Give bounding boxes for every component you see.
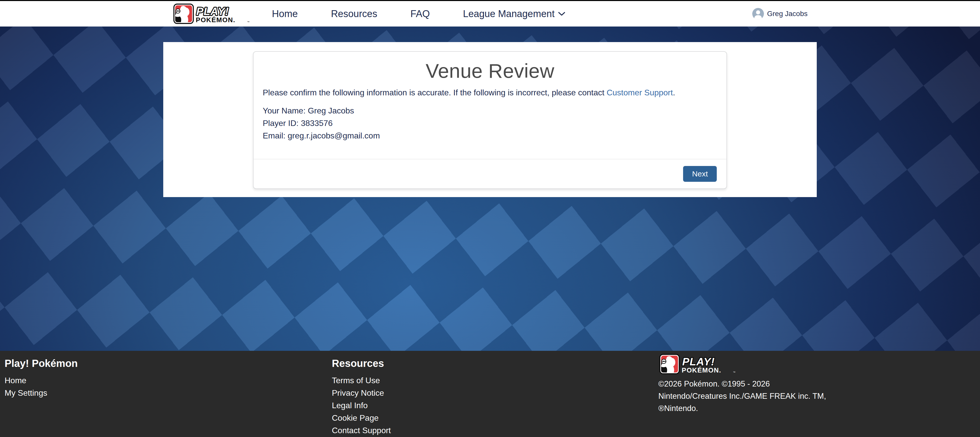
footer-links-play-pokemon: Home My Settings	[5, 374, 332, 399]
card-footer: Next	[253, 159, 727, 188]
venue-review-card: Venue Review Please confirm the followin…	[253, 51, 727, 189]
footer-link-contact-support[interactable]: Contact Support	[332, 424, 659, 437]
info-player-id: Player ID: 3833576	[263, 117, 717, 130]
copyright-line-3: ®Nintendo.	[659, 402, 847, 415]
player-info-block: Your Name: Greg Jacobs Player ID: 383357…	[263, 105, 717, 142]
main-nav: Home Resources FAQ League Management	[272, 8, 565, 19]
footer-link-cookie-page[interactable]: Cookie Page	[332, 412, 659, 424]
footer-column-resources: Resources Terms of Use Privacy Notice Le…	[332, 354, 659, 437]
info-your-name: Your Name: Greg Jacobs	[263, 105, 717, 117]
page-footer: Play! Pokémon Home My Settings Resources…	[0, 351, 980, 437]
nav-faq[interactable]: FAQ	[410, 8, 430, 19]
user-menu[interactable]: Greg Jacobs	[752, 8, 808, 20]
user-name: Greg Jacobs	[767, 10, 808, 18]
main-background: Venue Review Please confirm the followin…	[0, 27, 980, 351]
header-container: PLAY! POKÉMON. ™ Home Resources FAQ Leag…	[172, 1, 808, 27]
nav-home[interactable]: Home	[272, 8, 298, 19]
footer-heading-play-pokemon: Play! Pokémon	[5, 358, 332, 369]
intro-text-period: .	[673, 88, 675, 97]
info-email: Email: greg.r.jacobs@gmail.com	[263, 130, 717, 142]
footer-link-legal-info[interactable]: Legal Info	[332, 399, 659, 412]
nav-league-management[interactable]: League Management	[463, 8, 565, 19]
nav-resources[interactable]: Resources	[331, 8, 377, 19]
svg-text:PLAY!: PLAY!	[196, 5, 229, 17]
footer-column-play-pokemon: Play! Pokémon Home My Settings	[5, 354, 332, 437]
page: PLAY! POKÉMON. ™ Home Resources FAQ Leag…	[0, 0, 980, 437]
next-button[interactable]: Next	[683, 166, 717, 182]
venue-review-card-body: Venue Review Please confirm the followin…	[253, 52, 727, 159]
svg-text:PLAY!: PLAY!	[682, 356, 715, 368]
copyright-line-2: Nintendo/Creatures Inc./GAME FREAK inc. …	[659, 390, 847, 402]
footer-column-legal: PLAY! POKÉMON. ™ ©2026 Pokémon. ©1995 - …	[659, 354, 975, 437]
nav-league-management-label: League Management	[463, 8, 555, 19]
user-avatar-icon	[752, 8, 764, 20]
confirmation-instructions: Please confirm the following information…	[263, 87, 717, 99]
play-pokemon-logo-icon: PLAY! POKÉMON. ™	[172, 3, 252, 24]
copyright-line-1: ©2026 Pokémon. ©1995 - 2026	[659, 378, 847, 390]
footer-link-home[interactable]: Home	[5, 374, 332, 387]
footer-link-terms-of-use[interactable]: Terms of Use	[332, 374, 659, 387]
svg-text:POKÉMON.: POKÉMON.	[196, 16, 235, 24]
top-navigation-bar: PLAY! POKÉMON. ™ Home Resources FAQ Leag…	[0, 0, 980, 27]
footer-links-resources: Terms of Use Privacy Notice Legal Info C…	[332, 374, 659, 437]
intro-text: Please confirm the following information…	[263, 88, 606, 97]
footer-link-my-settings[interactable]: My Settings	[5, 387, 332, 399]
svg-text:POKÉMON.: POKÉMON.	[682, 366, 721, 374]
footer-link-privacy-notice[interactable]: Privacy Notice	[332, 387, 659, 399]
footer-heading-resources: Resources	[332, 358, 659, 369]
chevron-down-icon	[558, 12, 565, 16]
content-panel: Venue Review Please confirm the followin…	[163, 42, 817, 197]
svg-text:™: ™	[247, 21, 250, 24]
footer-play-pokemon-logo-icon: PLAY! POKÉMON. ™	[659, 354, 738, 374]
play-pokemon-logo[interactable]: PLAY! POKÉMON. ™	[172, 3, 252, 24]
copyright-notice: ©2026 Pokémon. ©1995 - 2026 Nintendo/Cre…	[659, 378, 847, 415]
svg-text:™: ™	[733, 371, 736, 374]
page-title: Venue Review	[263, 59, 717, 83]
customer-support-link[interactable]: Customer Support	[606, 88, 673, 97]
